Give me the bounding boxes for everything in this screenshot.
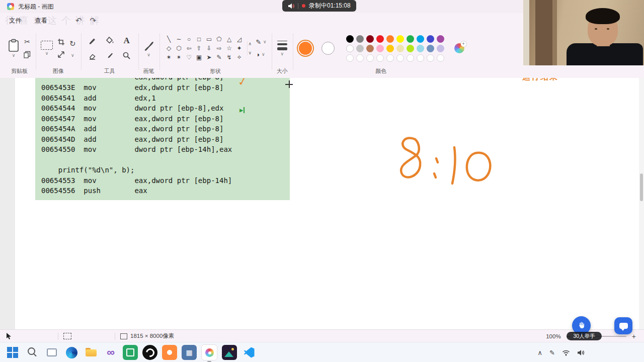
color-swatch[interactable] bbox=[346, 54, 354, 62]
select-button[interactable]: ∨ bbox=[41, 41, 53, 55]
edit-colors-button[interactable]: + bbox=[454, 43, 464, 53]
color-swatch[interactable] bbox=[427, 35, 434, 43]
shapes-scroll-down[interactable]: ∨ bbox=[249, 50, 252, 55]
edge-icon[interactable] bbox=[64, 345, 79, 360]
tray-chevron-up-icon[interactable]: ∧ bbox=[538, 349, 543, 356]
shape-option[interactable]: △ bbox=[225, 35, 234, 43]
task-view-icon[interactable] bbox=[44, 345, 59, 360]
color-swatch[interactable] bbox=[407, 45, 414, 52]
eraser-tool[interactable] bbox=[88, 52, 97, 60]
zoom-in-button[interactable]: + bbox=[632, 332, 636, 340]
color-picker-tool[interactable] bbox=[106, 52, 114, 60]
shape-option[interactable]: ⇧ bbox=[195, 44, 204, 52]
shape-option[interactable]: ✧ bbox=[235, 53, 244, 61]
color-swatch[interactable] bbox=[346, 45, 354, 52]
vscode-icon[interactable] bbox=[242, 345, 257, 360]
shape-option[interactable]: ▣ bbox=[195, 53, 204, 61]
shape-option[interactable]: ✴ bbox=[175, 53, 184, 61]
shape-option[interactable]: ↯ bbox=[225, 53, 234, 61]
volume-icon[interactable] bbox=[577, 349, 585, 356]
shape-option[interactable]: ✎ bbox=[215, 53, 224, 61]
undo-icon[interactable]: ↶ bbox=[75, 16, 82, 25]
color-swatch[interactable] bbox=[386, 45, 394, 52]
redo-icon[interactable]: ↷ bbox=[90, 16, 97, 25]
resize-button[interactable] bbox=[57, 51, 65, 58]
shape-option[interactable]: ✦ bbox=[235, 44, 244, 52]
color-swatch[interactable] bbox=[356, 35, 364, 43]
color-swatch[interactable] bbox=[427, 45, 434, 52]
raise-hand-count-badge[interactable]: 30人举手 bbox=[567, 332, 602, 340]
wifi-icon[interactable] bbox=[562, 349, 570, 356]
menu-file[interactable]: 文件 bbox=[9, 17, 22, 25]
rotate-button[interactable]: ↻ bbox=[69, 39, 76, 48]
shape-option[interactable]: ☆ bbox=[225, 44, 234, 52]
visual-studio-icon[interactable] bbox=[103, 345, 118, 360]
color-swatch[interactable] bbox=[427, 54, 434, 62]
color-swatch[interactable] bbox=[437, 45, 444, 52]
color-swatch[interactable] bbox=[417, 35, 424, 43]
copy-button[interactable] bbox=[24, 51, 31, 58]
color-swatch[interactable] bbox=[437, 54, 444, 62]
recording-pill[interactable]: 录制中01:15:08 bbox=[282, 0, 356, 12]
shape-option[interactable]: ◿ bbox=[235, 35, 244, 43]
color-swatch[interactable] bbox=[407, 54, 414, 62]
shape-option[interactable]: ◇ bbox=[165, 44, 174, 52]
shape-option[interactable]: □ bbox=[195, 35, 204, 43]
shape-option[interactable]: ⇦ bbox=[185, 44, 194, 52]
photos-icon[interactable] bbox=[222, 345, 237, 360]
shape-option[interactable]: ⬡ bbox=[175, 44, 184, 52]
cut-button[interactable]: ✂ bbox=[24, 38, 30, 46]
shape-option[interactable]: ∼ bbox=[175, 35, 184, 43]
search-icon[interactable] bbox=[25, 345, 40, 360]
shape-option[interactable]: ○ bbox=[185, 35, 194, 43]
color-swatch[interactable] bbox=[437, 35, 444, 43]
shape-outline-button[interactable]: ✎ ∨ bbox=[256, 38, 267, 46]
color2-swatch[interactable] bbox=[321, 42, 335, 55]
drawing-canvas[interactable]: eax,dword ptr [ebp-8] 0065453E mov edx,d… bbox=[15, 78, 639, 329]
pencil-tool[interactable] bbox=[88, 36, 97, 45]
obs-icon[interactable] bbox=[142, 345, 157, 360]
shape-option[interactable]: ⇨ bbox=[215, 44, 224, 52]
color-swatch[interactable] bbox=[417, 54, 424, 62]
shape-option[interactable]: ♡ bbox=[185, 53, 194, 61]
paint-icon[interactable] bbox=[201, 344, 217, 360]
color-swatch[interactable] bbox=[386, 54, 394, 62]
color-swatch[interactable] bbox=[366, 45, 374, 52]
color-swatch[interactable] bbox=[417, 45, 424, 52]
text-tool[interactable]: A bbox=[123, 36, 129, 46]
color-swatch[interactable] bbox=[396, 45, 404, 52]
start-icon[interactable] bbox=[5, 345, 20, 360]
color-swatch[interactable] bbox=[346, 35, 354, 43]
color-swatch[interactable] bbox=[396, 54, 404, 62]
calculator-icon[interactable] bbox=[182, 345, 197, 360]
color-swatch[interactable] bbox=[407, 35, 414, 43]
color-swatch[interactable] bbox=[396, 35, 404, 43]
shape-option[interactable]: ✶ bbox=[165, 53, 174, 61]
color-swatch[interactable] bbox=[366, 35, 374, 43]
tray-pen-icon[interactable]: ✎ bbox=[549, 349, 555, 356]
color1-swatch[interactable] bbox=[298, 41, 313, 56]
size-button[interactable]: ∨ bbox=[277, 41, 287, 56]
shape-option[interactable]: ╲ bbox=[165, 35, 174, 43]
color-swatch[interactable] bbox=[386, 35, 394, 43]
scrollbar-thumb[interactable] bbox=[640, 173, 643, 201]
fill-tool[interactable] bbox=[105, 36, 114, 45]
shapes-scroll-up[interactable]: ∧ bbox=[249, 41, 252, 46]
magnifier-tool[interactable] bbox=[122, 51, 131, 60]
vertical-scrollbar[interactable] bbox=[639, 78, 644, 329]
color-swatch[interactable] bbox=[356, 54, 364, 62]
shape-option[interactable]: ⇩ bbox=[205, 44, 214, 52]
shape-option[interactable]: ➤ bbox=[205, 53, 214, 61]
color-swatch[interactable] bbox=[376, 35, 384, 43]
color-swatch[interactable] bbox=[356, 45, 364, 52]
color-swatch[interactable] bbox=[376, 45, 384, 52]
shape-fill-button[interactable]: ◑ ∨ bbox=[256, 51, 267, 58]
green-app-icon[interactable] bbox=[123, 345, 138, 360]
menu-view[interactable]: 查看 bbox=[35, 17, 47, 25]
brushes-button[interactable]: ∨ bbox=[143, 39, 154, 57]
color-swatch[interactable] bbox=[376, 54, 384, 62]
file-explorer-icon[interactable] bbox=[84, 345, 99, 360]
color-swatch[interactable] bbox=[366, 54, 374, 62]
chat-button[interactable] bbox=[614, 317, 632, 334]
shape-option[interactable]: ▭ bbox=[205, 35, 214, 43]
